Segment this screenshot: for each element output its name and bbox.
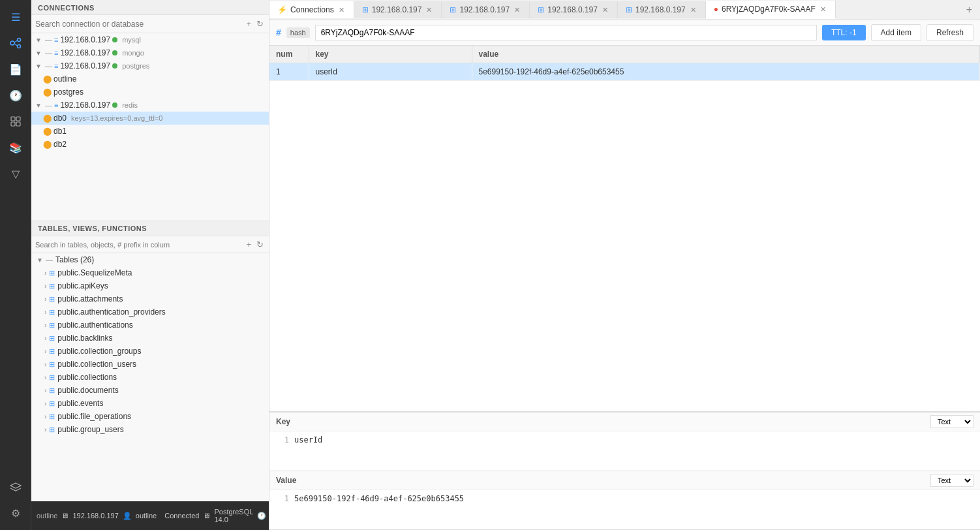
tree-redis-db1[interactable]: ⬤ db1 — [31, 125, 269, 138]
refresh-button[interactable]: Refresh — [926, 24, 973, 41]
toggle-icon: ▼ — [35, 102, 43, 109]
ttl-button[interactable]: TTL: -1 — [822, 25, 866, 40]
connections-search-bar: + ↻ — [31, 15, 269, 33]
list-item[interactable]: › ⊞ public.collection_groups — [31, 345, 269, 358]
conn-db-name: postgres — [122, 62, 149, 70]
value-panel-label: Value — [276, 476, 925, 485]
db-name: outline — [54, 74, 76, 84]
value-text-type-select[interactable]: Text JSON Binary — [930, 474, 973, 487]
tab-close-icon[interactable]: ✕ — [819, 5, 827, 14]
tab-label: 192.168.0.197 — [459, 5, 510, 14]
cell-num: 1 — [269, 63, 309, 81]
tree-conn-mongo[interactable]: ▼ — ≡ 192.168.0.197 mongo — [31, 46, 269, 59]
tables-section: TABLES, VIEWS, FUNCTIONS + ↻ ▼ — Tables … — [31, 221, 269, 501]
sidebar-icon-menu[interactable]: ☰ — [4, 5, 27, 29]
tab-close-icon[interactable]: ✕ — [601, 6, 609, 14]
tab-close-icon[interactable]: ✕ — [337, 6, 346, 14]
table-name: public.SequelizeMeta — [57, 268, 132, 277]
tables-search-input[interactable] — [35, 241, 242, 249]
tab-add-button[interactable]: + — [958, 0, 980, 20]
value-panel-content: 1 5e699150-192f-46d9-a4ef-625e0b653455 — [269, 490, 980, 529]
key-text-type-select[interactable]: Text JSON Binary — [930, 415, 973, 428]
tables-search-bar: + ↻ — [31, 236, 269, 253]
minus-icon: — — [45, 49, 52, 57]
sidebar-icon-connections[interactable] — [4, 31, 27, 55]
tree-conn-mysql[interactable]: ▼ — ≡ 192.168.0.197 mysql — [31, 33, 269, 46]
value-panel-header: Value Text JSON Binary — [269, 471, 980, 490]
conn-ip: 192.168.0.197 — [60, 61, 110, 70]
search-input[interactable] — [35, 20, 242, 29]
sidebar-icon-settings[interactable]: ⚙ — [4, 501, 27, 525]
db-version: PostgreSQL 14.0 — [214, 508, 253, 523]
tab-bar: ⚡ Connections ✕ ⊞ 192.168.0.197 ✕ ⊞ 192.… — [269, 0, 980, 20]
tree-conn-postgres[interactable]: ▼ — ≡ 192.168.0.197 postgres — [31, 59, 269, 72]
tab-ip-3[interactable]: ⊞ 192.168.0.197 ✕ — [530, 1, 618, 18]
add-connection-icon[interactable]: + — [245, 18, 253, 30]
tab-connections[interactable]: ⚡ Connections ✕ — [269, 1, 354, 18]
tab-close-icon[interactable]: ✕ — [689, 6, 697, 14]
tab-close-icon[interactable]: ✕ — [425, 6, 433, 14]
list-item[interactable]: › ⊞ public.authentications — [31, 319, 269, 332]
minus-icon: — — [45, 36, 52, 44]
tab-ip-4[interactable]: ⊞ 192.168.0.197 ✕ — [618, 1, 706, 18]
left-status-user: outline — [136, 512, 157, 520]
list-item[interactable]: › ⊞ public.collections — [31, 371, 269, 384]
list-item[interactable]: › ⊞ public.events — [31, 397, 269, 410]
tree-db-outline[interactable]: ⬤ outline — [31, 72, 269, 86]
add-item-button[interactable]: Add item — [871, 24, 921, 41]
svg-line-3 — [14, 40, 18, 42]
table-name: public.authentications — [57, 320, 132, 330]
sidebar-icon-triangle[interactable]: ▽ — [4, 162, 27, 185]
tree-db-postgres[interactable]: ⬤ postgres — [31, 86, 269, 99]
sidebar-icon-history[interactable]: 🕐 — [4, 84, 27, 107]
chevron-right-icon: › — [44, 335, 46, 342]
tables-group[interactable]: ▼ — Tables (26) — [31, 253, 269, 266]
table-name: public.collection_groups — [57, 347, 141, 356]
col-header-key: key — [309, 46, 472, 63]
refresh-tables-icon[interactable]: ↻ — [255, 238, 265, 251]
data-table: num key value 1 userId 5e699150-192f-46d… — [269, 46, 980, 81]
key-value-display: userId — [294, 435, 322, 467]
list-item[interactable]: › ⊞ public.documents — [31, 384, 269, 397]
table-icon: ⊞ — [49, 334, 55, 343]
db-type-icon: ≡ — [54, 62, 58, 70]
list-item[interactable]: › ⊞ public.file_operations — [31, 410, 269, 423]
icon-sidebar: ☰ 📄 🕐 📚 ▽ — [0, 0, 31, 530]
list-item[interactable]: › ⊞ public.attachments — [31, 292, 269, 305]
list-item[interactable]: › ⊞ public.SequelizeMeta — [31, 266, 269, 279]
table-icon: ⊞ — [49, 308, 55, 317]
cell-value: 5e699150-192f-46d9-a4ef-625e0b653455 — [472, 63, 980, 81]
tab-hash-active[interactable]: ● 6RYjZAQDgA7F0k-SAAAF ✕ — [706, 1, 836, 19]
svg-point-1 — [17, 39, 20, 42]
add-table-icon[interactable]: + — [245, 238, 253, 251]
tab-ip-2[interactable]: ⊞ 192.168.0.197 ✕ — [442, 1, 530, 18]
bottom-panels: Key Text JSON Binary 1 userId Value — [269, 411, 980, 530]
table-icon: ⊞ — [49, 373, 55, 382]
list-item[interactable]: › ⊞ public.apiKeys — [31, 279, 269, 292]
table-icon: ⊞ — [49, 413, 55, 421]
list-item[interactable]: › ⊞ public.authentication_providers — [31, 305, 269, 319]
refresh-connections-icon[interactable]: ↻ — [255, 18, 265, 30]
tab-ip-1[interactable]: ⊞ 192.168.0.197 ✕ — [354, 1, 442, 18]
tree-redis-db2[interactable]: ⬤ db2 — [31, 138, 269, 151]
sidebar-icon-book[interactable]: 📚 — [4, 136, 27, 159]
db-type-icon: ≡ — [54, 101, 58, 109]
hash-type-badge: hash — [286, 27, 310, 38]
list-item[interactable]: › ⊞ public.group_users — [31, 423, 269, 436]
tree-conn-redis[interactable]: ▼ — ≡ 192.168.0.197 redis — [31, 99, 269, 112]
sidebar-icon-file[interactable]: 📄 — [4, 57, 27, 81]
table-name: public.collections — [57, 373, 117, 382]
table-icon: ⊞ — [49, 269, 55, 277]
sidebar-icon-layers[interactable] — [4, 475, 27, 499]
tab-close-icon[interactable]: ✕ — [513, 6, 521, 14]
table-row[interactable]: 1 userId 5e699150-192f-46d9-a4ef-625e0b6… — [269, 63, 980, 81]
svg-rect-6 — [16, 117, 20, 121]
sidebar-icon-grid[interactable] — [4, 110, 27, 133]
chevron-right-icon: › — [44, 348, 46, 355]
hash-key-field[interactable] — [315, 25, 817, 40]
line-number: 1 — [276, 494, 289, 525]
list-item[interactable]: › ⊞ public.collection_users — [31, 358, 269, 371]
tree-redis-db0[interactable]: ⬤ db0 keys=13,expires=0,avg_ttl=0 — [31, 112, 269, 125]
list-item[interactable]: › ⊞ public.backlinks — [31, 332, 269, 345]
status-dot — [112, 102, 117, 108]
